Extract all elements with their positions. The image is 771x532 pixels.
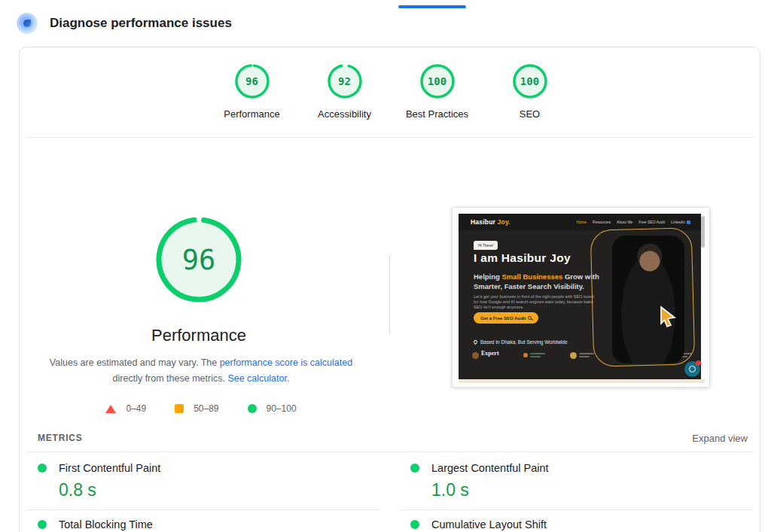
speedometer-needle-icon <box>23 20 31 27</box>
score-value: 100 <box>419 63 456 99</box>
gauge-performance[interactable]: 96 Performance <box>206 63 298 120</box>
see-calculator-link[interactable]: See calculator. <box>227 373 289 384</box>
pagespeed-report: Diagnose performance issues 96 Performan… <box>0 0 771 532</box>
legend-pass: 90–100 <box>248 403 297 414</box>
brand-logo <box>570 352 594 359</box>
gauge-label: Accessibility <box>318 108 371 120</box>
main-score-value: 96 <box>154 214 244 305</box>
metric-total-blocking-time: Total Blocking Time <box>38 518 369 532</box>
site-location: Based In Dhaka, But Serving Worldwide <box>474 339 568 345</box>
active-tab-indicator[interactable] <box>398 5 466 8</box>
green-circle-icon <box>248 404 257 413</box>
legend-fail: 0–49 <box>105 403 146 414</box>
page-title: Diagnose performance issues <box>50 16 232 31</box>
site-nav-home: Home <box>577 220 587 224</box>
site-body-text: Let's get your business in front of the … <box>474 294 596 310</box>
orange-square-icon <box>175 404 184 413</box>
site-nav-audit: Free SEO Audit <box>638 220 665 224</box>
seo-gauge-ring: 100 <box>512 63 548 99</box>
gauge-label: Best Practices <box>406 108 468 120</box>
site-nav-resources: Resources <box>593 220 611 224</box>
disclaimer-text: directly from these metrics. <box>113 373 228 384</box>
site-nav-linkedin: LinkedIn <box>671 220 690 224</box>
score-legend: 0–49 50–89 90–100 <box>47 403 355 414</box>
hero-badge: Hi There! <box>474 241 498 250</box>
gauge-accessibility[interactable]: 92 Accessibility <box>298 63 391 120</box>
pagespeed-insights-logo-icon <box>17 13 38 34</box>
pass-dot-icon <box>410 520 419 529</box>
site-footer-strip <box>459 379 705 383</box>
legend-range: 90–100 <box>267 403 297 414</box>
hero-photo <box>612 236 684 363</box>
legend-range: 50–89 <box>194 403 218 414</box>
site-subheadline: Helping Small Businesses Grow with Smart… <box>474 272 599 291</box>
metrics-divider <box>26 451 754 452</box>
metric-value: 0.8 s <box>59 480 369 500</box>
legend-average: 50–89 <box>175 403 218 414</box>
chat-float-button <box>684 361 700 377</box>
score-value: 100 <box>512 63 548 99</box>
legend-range: 0–49 <box>126 403 146 414</box>
calculation-link[interactable]: performance score is calculated <box>220 357 352 368</box>
brand-logo <box>523 353 545 357</box>
expand-view-button[interactable]: Expand view <box>692 433 748 444</box>
accessibility-gauge-ring: 92 <box>327 63 363 99</box>
linkedin-icon <box>687 220 690 224</box>
main-gauge-title: Performance <box>108 326 289 345</box>
gauge-best-practices[interactable]: 100 Best Practices <box>391 63 483 120</box>
vertical-divider <box>389 254 390 334</box>
metrics-section-title: METRICS <box>38 433 83 443</box>
location-pin-icon <box>473 339 478 345</box>
gauge-label: SEO <box>520 108 540 120</box>
page-screenshot-thumbnail[interactable]: Hasibur Joy. Home Resources About Me Fre… <box>452 207 710 388</box>
best-practices-gauge-ring: 100 <box>419 63 456 99</box>
section-divider <box>26 137 754 138</box>
performance-gauge-ring: 96 <box>234 63 270 99</box>
site-screenshot: Hasibur Joy. Home Resources About Me Fre… <box>459 214 705 379</box>
site-nav: Home Resources About Me Free SEO Audit L… <box>577 220 690 224</box>
metric-row-divider <box>401 509 754 510</box>
search-icon <box>528 316 532 320</box>
score-value: 92 <box>327 63 363 99</box>
metric-first-contentful-paint: First Contentful Paint 0.8 s <box>38 462 369 500</box>
phone-icon <box>689 366 696 372</box>
brand-logo-icon <box>472 352 479 359</box>
site-cta-button: Get a Free SEO Audit <box>474 312 538 324</box>
pass-dot-icon <box>38 464 47 473</box>
gauge-seo[interactable]: 100 SEO <box>483 63 576 120</box>
site-logo: Hasibur Joy. <box>471 218 510 226</box>
score-value: 96 <box>234 63 270 99</box>
score-disclaimer: Values are estimated and may vary. The p… <box>47 355 355 387</box>
metric-row-divider <box>26 509 380 510</box>
metric-largest-contentful-paint: Largest Contentful Paint 1.0 s <box>410 462 742 500</box>
pass-dot-icon <box>410 464 419 473</box>
site-headline: I am Hasibur Joy <box>474 251 571 265</box>
site-scrollbar <box>701 214 705 379</box>
notification-dot <box>696 360 701 366</box>
gauge-label: Performance <box>224 108 279 120</box>
site-nav-about: About Me <box>617 220 632 224</box>
mouse-cursor-icon <box>659 306 680 328</box>
metric-cumulative-layout-shift: Cumulative Layout Shift <box>410 518 742 532</box>
disclaimer-text: Values are estimated and may vary. The <box>50 357 220 368</box>
scrollbar-thumb <box>701 216 705 248</box>
red-triangle-icon <box>105 405 116 413</box>
metric-value: 1.0 s <box>431 480 742 500</box>
category-gauge-row: 96 Performance 92 Accessibility 100 <box>206 63 576 120</box>
brand-logo-icon <box>523 353 528 357</box>
main-performance-gauge: 96 <box>154 214 244 305</box>
brand-expert-logo: Expert <box>472 351 499 360</box>
pass-dot-icon <box>38 520 47 529</box>
brand-logo-icon <box>570 352 577 359</box>
